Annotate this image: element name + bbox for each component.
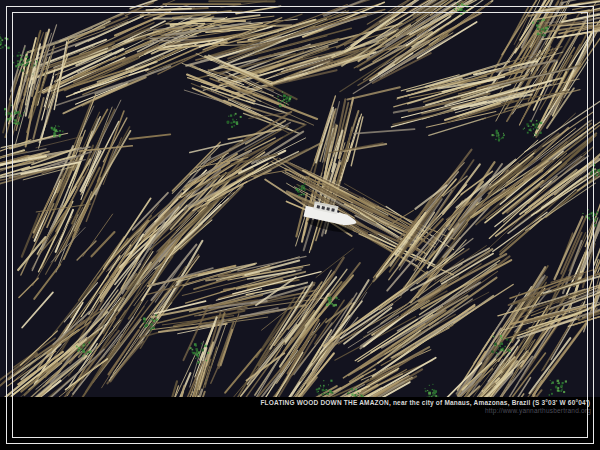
photo-credit-url: http://www.yannarthusbertrand.org bbox=[485, 407, 591, 414]
photo-caption: FLOATING WOOD DOWN THE AMAZON, near the … bbox=[260, 399, 590, 406]
aerial-photo-canvas bbox=[0, 0, 600, 450]
photo-viewport: FLOATING WOOD DOWN THE AMAZON, near the … bbox=[0, 0, 600, 450]
caption-bar: FLOATING WOOD DOWN THE AMAZON, near the … bbox=[0, 397, 600, 450]
